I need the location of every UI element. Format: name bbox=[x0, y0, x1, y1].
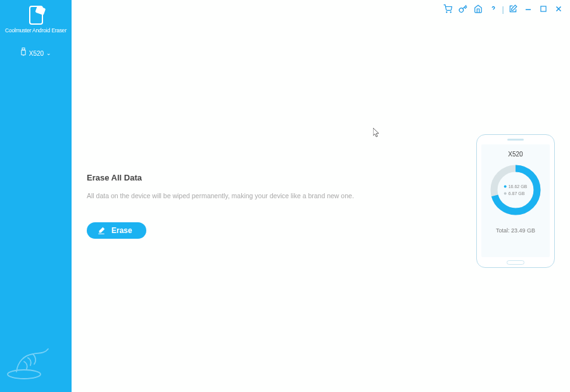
storage-donut: 16.62 GB 6.87 GB bbox=[488, 163, 543, 217]
svg-point-12 bbox=[8, 370, 41, 379]
titlebar-divider: | bbox=[502, 4, 504, 14]
device-selector[interactable]: X520 ⌄ bbox=[0, 47, 72, 59]
app-title: Coolmuster Android Eraser bbox=[5, 27, 66, 34]
legend-free-dot bbox=[504, 192, 507, 194]
sidebar: Coolmuster Android Eraser X520 ⌄ bbox=[0, 0, 72, 392]
app-logo: Coolmuster Android Eraser bbox=[0, 0, 72, 34]
svg-rect-4 bbox=[541, 6, 546, 11]
eraser-icon bbox=[97, 226, 106, 235]
erase-button-label: Erase bbox=[111, 226, 132, 235]
svg-point-0 bbox=[446, 12, 446, 13]
storage-total: Total: 23.49 GB bbox=[496, 227, 535, 234]
erase-button[interactable]: Erase bbox=[87, 222, 146, 239]
app-logo-icon bbox=[26, 5, 46, 25]
device-selector-label: X520 bbox=[29, 50, 44, 57]
erase-title: Erase All Data bbox=[87, 173, 354, 182]
help-icon[interactable] bbox=[488, 4, 498, 14]
usb-icon bbox=[20, 47, 27, 59]
phone-home-button bbox=[507, 260, 524, 265]
main-content: Erase All Data All data on the device wi… bbox=[72, 0, 570, 392]
svg-rect-8 bbox=[35, 6, 46, 15]
home-icon[interactable] bbox=[473, 4, 483, 14]
device-name: X520 bbox=[508, 151, 522, 158]
minimize-icon[interactable] bbox=[523, 4, 533, 14]
chevron-down-icon: ⌄ bbox=[46, 50, 51, 56]
legend-used-value: 16.62 GB bbox=[509, 184, 528, 191]
cart-icon[interactable] bbox=[443, 4, 453, 14]
cursor-icon bbox=[373, 128, 381, 138]
erase-description: All data on the device will be wiped per… bbox=[87, 192, 354, 199]
key-icon[interactable] bbox=[458, 4, 468, 14]
device-panel-screen: X520 16.62 GB 6.87 GB Total: bbox=[481, 144, 550, 257]
legend-used-dot bbox=[504, 186, 507, 188]
legend-free-value: 6.87 GB bbox=[509, 190, 525, 197]
close-icon[interactable] bbox=[554, 4, 564, 14]
svg-rect-10 bbox=[22, 50, 25, 55]
svg-point-1 bbox=[450, 12, 451, 13]
storage-legend: 16.62 GB 6.87 GB bbox=[504, 184, 528, 197]
erase-section: Erase All Data All data on the device wi… bbox=[87, 173, 354, 239]
maximize-icon[interactable] bbox=[538, 4, 548, 14]
titlebar: | bbox=[443, 0, 570, 15]
feedback-icon[interactable] bbox=[508, 4, 518, 14]
phone-speaker bbox=[507, 139, 524, 141]
device-panel: X520 16.62 GB 6.87 GB Total: bbox=[476, 134, 555, 268]
hand-illustration bbox=[5, 343, 62, 381]
